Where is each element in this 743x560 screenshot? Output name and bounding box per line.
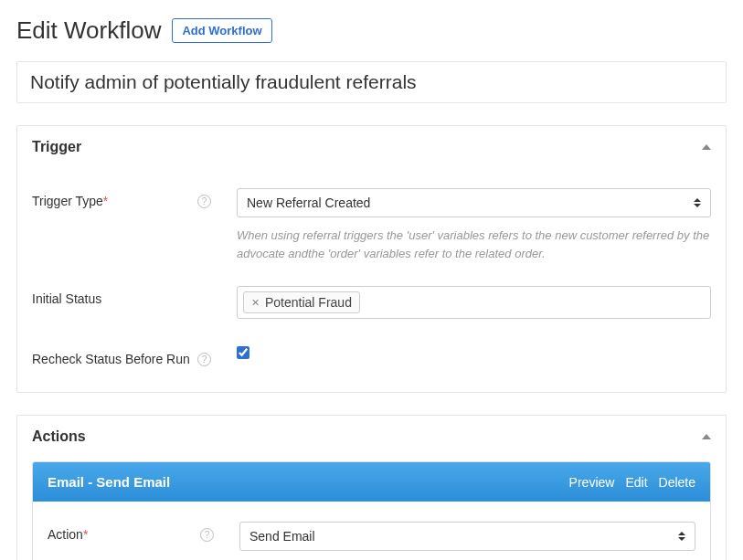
help-icon[interactable]: ?	[197, 195, 211, 208]
tag-remove-icon[interactable]: ✕	[251, 297, 260, 309]
trigger-type-hint: When using referral triggers the 'user' …	[237, 227, 711, 262]
actions-panel: Actions Email - Send Email Preview Edit …	[16, 415, 727, 560]
action-card-title: Email - Send Email	[48, 474, 170, 490]
actions-panel-header[interactable]: Actions	[17, 416, 726, 458]
initial-status-input[interactable]: ✕ Potential Fraud	[237, 286, 711, 319]
add-workflow-button[interactable]: Add Workflow	[172, 18, 271, 43]
trigger-title: Trigger	[32, 139, 81, 155]
actions-title: Actions	[32, 428, 86, 445]
updown-arrows-icon	[678, 532, 685, 541]
action-preview-link[interactable]: Preview	[569, 475, 615, 490]
help-icon[interactable]: ?	[200, 528, 214, 542]
trigger-panel-header[interactable]: Trigger	[17, 126, 726, 168]
updown-arrows-icon	[694, 198, 701, 207]
action-select-label: Action*	[48, 527, 88, 542]
action-card-email: Email - Send Email Preview Edit Delete A…	[32, 461, 711, 560]
action-delete-link[interactable]: Delete	[659, 475, 695, 490]
workflow-name-input[interactable]: Notify admin of potentially fraudulent r…	[16, 61, 727, 103]
recheck-checkbox[interactable]	[237, 346, 249, 359]
help-icon[interactable]: ?	[197, 353, 211, 366]
trigger-type-label: Trigger Type*	[32, 194, 108, 208]
trigger-type-select[interactable]: New Referral Created	[237, 188, 711, 217]
action-edit-link[interactable]: Edit	[625, 475, 647, 490]
caret-up-icon	[702, 144, 711, 150]
initial-status-label: Initial Status	[32, 291, 101, 306]
action-select[interactable]: Send Email	[239, 522, 695, 551]
action-card-header: Email - Send Email Preview Edit Delete	[33, 462, 710, 502]
page-title: Edit Workflow	[16, 16, 161, 45]
recheck-label: Recheck Status Before Run	[32, 352, 190, 366]
caret-up-icon	[702, 434, 711, 439]
trigger-panel: Trigger Trigger Type* ? New Referral Cre…	[16, 125, 727, 393]
status-tag: ✕ Potential Fraud	[243, 291, 360, 313]
